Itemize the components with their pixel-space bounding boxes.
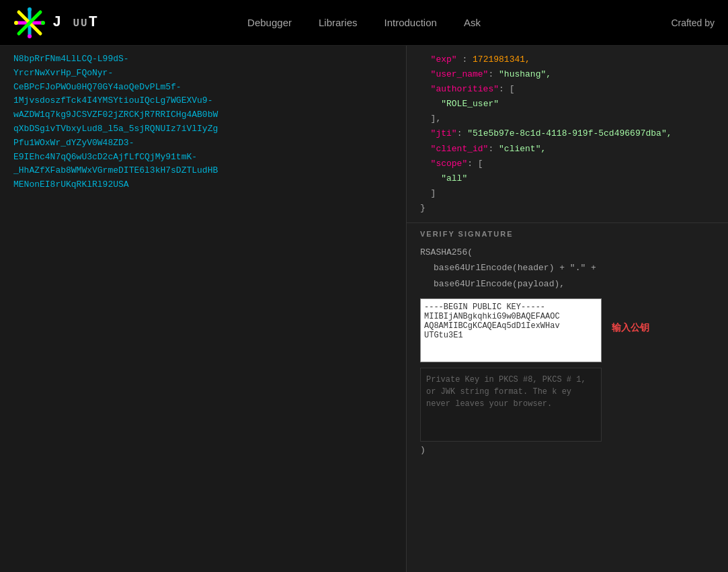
svg-point-4 [28, 7, 32, 11]
json-scope: "scope": [ [420, 157, 715, 171]
svg-point-6 [14, 21, 18, 25]
crafted-by-text: Crafted by [671, 17, 715, 28]
json-jti: "jti": "51e5b97e-8c1d-4118-919f-5cd49669… [420, 126, 715, 141]
main-nav: Debugger Libraries Introduction Ask [247, 17, 481, 28]
verify-section: VERIFY SIGNATURE RSASHA256( base64UrlEnc… [407, 222, 728, 572]
private-key-area: Private Key in PKCS #8, PKCS # 1, or JWK… [420, 368, 715, 442]
verify-signature-title: VERIFY SIGNATURE [420, 230, 715, 238]
verify-formula: RSASHA256( base64UrlEncode(header) + "."… [420, 245, 715, 292]
json-scope-all: "all" [420, 171, 715, 186]
verify-inputs: ----BEGIN PUBLIC KEY----- MIIBIjANBgkqhk… [420, 298, 715, 364]
input-public-key-label: 输入公钥 [612, 322, 649, 334]
jwt-logo-icon [13, 7, 46, 39]
nav-debugger[interactable]: Debugger [247, 17, 292, 28]
json-scope-close: ] [420, 186, 715, 201]
json-authorities-close: ], [420, 112, 715, 126]
json-authorities: "authorities": [ [420, 82, 715, 97]
left-panel: N8bpRrFNm4LlLCQ-L99dS- YrcrNwXvrHp_FQoNy… [0, 46, 407, 572]
right-panel: "exp" : 1721981341, "user_name": "hushan… [407, 46, 728, 572]
public-key-input[interactable]: ----BEGIN PUBLIC KEY----- MIIBIjANBgkqhk… [420, 298, 602, 362]
json-exp: "exp" : 1721981341, [420, 52, 715, 67]
nav-libraries[interactable]: Libraries [319, 17, 358, 28]
json-close: } [420, 201, 715, 216]
svg-point-5 [28, 34, 32, 38]
svg-point-7 [41, 21, 45, 25]
main-content: N8bpRrFNm4LlLCQ-L99dS- YrcrNwXvrHp_FQoNy… [0, 46, 728, 572]
logo-text: J UUT [52, 14, 99, 31]
encoded-token: N8bpRrFNm4LlLCQ-L99dS- YrcrNwXvrHp_FQoNy… [13, 52, 393, 192]
nav-introduction[interactable]: Introduction [385, 17, 437, 28]
json-username: "user_name": "hushang", [420, 67, 715, 82]
payload-section: "exp" : 1721981341, "user_name": "hushan… [407, 46, 728, 222]
json-clientid: "client_id": "client", [420, 142, 715, 157]
logo-area: J UUT [13, 7, 99, 39]
json-role: "ROLE_user" [420, 97, 715, 112]
close-paren: ) [420, 445, 715, 455]
header: J UUT Debugger Libraries Introduction As… [0, 0, 728, 46]
public-key-wrapper: ----BEGIN PUBLIC KEY----- MIIBIjANBgkqhk… [420, 298, 602, 364]
private-key-placeholder: Private Key in PKCS #8, PKCS # 1, or JWK… [426, 374, 596, 410]
nav-ask[interactable]: Ask [464, 17, 481, 28]
